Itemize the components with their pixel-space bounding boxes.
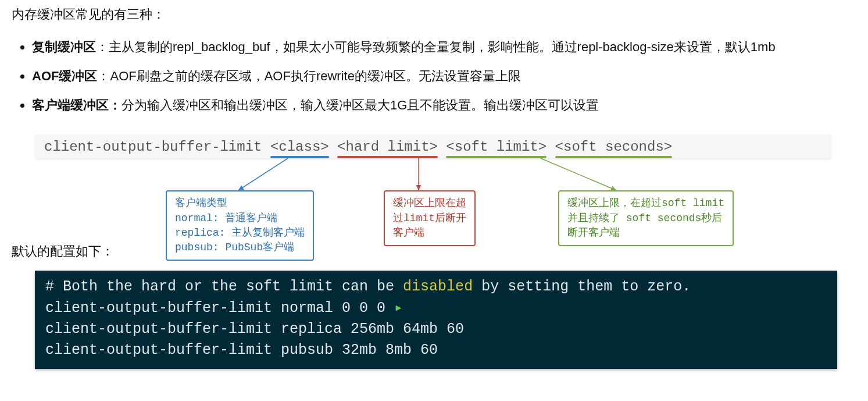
list-item: AOF缓冲区：AOF刷盘之前的缓存区域，AOF执行rewrite的缓冲区。无法设… [32, 64, 856, 88]
item-title: AOF缓冲区 [32, 69, 97, 83]
item-title: 复制缓冲区 [32, 40, 96, 54]
syntax-code-bar: client-output-buffer-limit <class> <hard… [35, 134, 831, 158]
callout-hard-limit: 缓冲区上限在超 过limit后断开 客户端 [384, 190, 476, 246]
cursor-icon: ▸ [394, 300, 403, 317]
terminal-line: client-output-buffer-limit pubsub 32mb 8… [45, 342, 438, 359]
terminal-line: client-output-buffer-limit replica 256mb… [45, 321, 464, 338]
syntax-soft-seconds: <soft seconds> [555, 139, 673, 155]
callout-class: 客户端类型 normal: 普通客户端 replica: 主从复制客户端 pub… [166, 190, 314, 261]
terminal-line: client-output-buffer-limit normal 0 0 0 [45, 300, 394, 317]
intro-text: 内存缓冲区常见的有三种： [12, 6, 856, 23]
syntax-hard-limit: <hard limit> [337, 139, 438, 155]
svg-line-0 [238, 158, 288, 190]
list-item: 复制缓冲区：主从复制的repl_backlog_buf，如果太小可能导致频繁的全… [32, 35, 856, 59]
callout-soft-limit: 缓冲区上限，在超过soft limit 并且持续了 soft seconds秒后… [558, 190, 734, 246]
item-text: AOF刷盘之前的缓存区域，AOF执行rewrite的缓冲区。无法设置容量上限 [110, 69, 520, 83]
svg-line-2 [541, 158, 616, 190]
item-text: 分为输入缓冲区和输出缓冲区，输入缓冲区最大1G且不能设置。输出缓冲区可以设置 [122, 98, 599, 112]
arrow-connectors [35, 158, 831, 193]
terminal-comment: # Both the hard or the soft limit can be… [45, 278, 691, 295]
syntax-command: client-output-buffer-limit [44, 139, 270, 155]
terminal-config-block: # Both the hard or the soft limit can be… [35, 271, 837, 369]
buffer-type-list: 复制缓冲区：主从复制的repl_backlog_buf，如果太小可能导致频繁的全… [12, 35, 856, 117]
syntax-soft-limit: <soft limit> [446, 139, 546, 155]
syntax-class: <class> [270, 139, 329, 155]
item-text: 主从复制的repl_backlog_buf，如果太小可能导致频繁的全量复制，影响… [109, 40, 776, 54]
item-title: 客户端缓冲区： [32, 98, 122, 112]
list-item: 客户端缓冲区：分为输入缓冲区和输出缓冲区，输入缓冲区最大1G且不能设置。输出缓冲… [32, 93, 856, 118]
annotation-diagram: 客户端类型 normal: 普通客户端 replica: 主从复制客户端 pub… [35, 158, 831, 275]
